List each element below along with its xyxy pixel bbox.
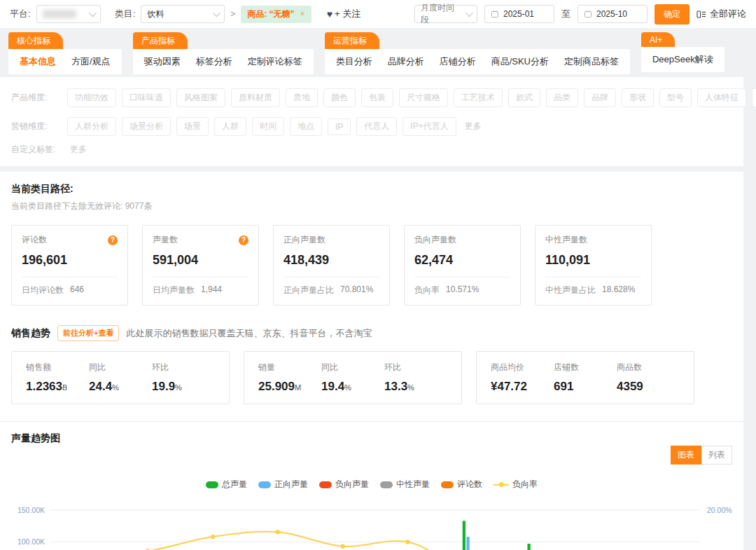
legend-item-total[interactable]: 总声量: [206, 479, 247, 490]
filter-chip[interactable]: 原料材质: [231, 88, 280, 107]
tab-basic-info[interactable]: 基本信息: [20, 55, 56, 68]
filter-chip[interactable]: 口味味道: [122, 88, 171, 107]
sales-label: 同比: [89, 362, 152, 373]
nav-group-ai: AI+ DeepSeek解读: [641, 32, 724, 72]
filter-chip[interactable]: IP+代言人: [402, 117, 456, 136]
more-link[interactable]: 更多: [70, 144, 87, 156]
metric-footer-label: 中性声量占比: [545, 284, 596, 296]
sales-value: 19.4: [321, 380, 344, 393]
volume-trend-chart: 150.00K100.00K50.00K020.00%10.00%02025-0…: [11, 502, 732, 550]
sales-label: 商品均价: [491, 362, 554, 373]
filter-chip[interactable]: 人群: [214, 117, 246, 136]
filter-chip[interactable]: 包装: [361, 88, 393, 107]
filter-chip[interactable]: 人体特征: [697, 88, 746, 107]
sales-card-revenue: 销售额 1.2363B 同比 24.4% 环比 19.9%: [11, 351, 230, 404]
filter-chip[interactable]: 地点: [290, 117, 322, 136]
filter-chip[interactable]: 型号: [659, 88, 692, 107]
sales-value: 25.909: [258, 380, 295, 393]
help-icon[interactable]: ?: [108, 235, 118, 245]
metric-title: 声量数: [153, 234, 178, 246]
toggle-list-view[interactable]: 列表: [701, 446, 732, 465]
filter-row-custom: 自定义标签: 更多: [11, 144, 732, 156]
filter-chip[interactable]: 质地: [286, 88, 318, 107]
tab-deepseek[interactable]: DeepSeek解读: [652, 53, 713, 66]
filter-chip[interactable]: 场景分析: [122, 117, 171, 136]
filter-chip[interactable]: 人群分析: [67, 117, 116, 136]
filter-label: 自定义标签:: [11, 144, 62, 156]
platform-select[interactable]: [36, 5, 101, 23]
metric-card-negative: 负向声量数 62,474 负向率 10.571%: [404, 225, 521, 305]
more-link[interactable]: 更多: [465, 121, 482, 132]
sales-unit: %: [407, 383, 414, 392]
filter-chip[interactable]: 代言人: [356, 117, 397, 136]
legend-item-positive[interactable]: 正向声量: [258, 479, 308, 490]
filter-row-product: 产品维度: 功能功效 口味味道 风格图案 原料材质 质地 颜色 包装 尺寸规格 …: [11, 85, 732, 109]
metric-card-comments: 评论数 ? 196,601 日均评论数 646: [11, 225, 128, 305]
filter-chip[interactable]: 美食: [752, 88, 756, 107]
confirm-button[interactable]: 确定: [654, 4, 690, 25]
filter-label: 产品维度:: [11, 92, 62, 104]
metric-value: 591,004: [153, 253, 248, 277]
filter-chip[interactable]: 场景: [176, 117, 209, 136]
filter-chip[interactable]: IP: [328, 118, 351, 135]
metric-card-neutral: 中性声量数 110,091 中性声量占比 18.628%: [535, 225, 652, 305]
metric-footer-value: 1,944: [201, 284, 222, 296]
date-from-input[interactable]: 2025-01: [484, 5, 554, 23]
tab-custom-product-labels[interactable]: 定制商品标签: [564, 55, 619, 68]
legend-item-neutral[interactable]: 中性声量: [380, 479, 430, 490]
tab-category-analysis[interactable]: 类目分析: [336, 55, 372, 68]
legend-item-negative[interactable]: 负向声量: [319, 479, 369, 490]
breadcrumb-separator: >: [230, 9, 235, 19]
category-value: 饮料: [147, 8, 164, 20]
filter-chip[interactable]: 风格图案: [176, 88, 225, 107]
keyword-tag-label: 商品: “无糖”: [247, 8, 294, 20]
sales-title: 销售趋势: [11, 327, 50, 340]
toggle-chart-view[interactable]: 图表: [671, 446, 701, 465]
metric-footer-label: 日均声量数: [153, 284, 195, 296]
close-icon[interactable]: ×: [300, 9, 305, 19]
filter-chip[interactable]: 品牌: [584, 88, 616, 107]
period-select[interactable]: 月度时间段: [414, 5, 477, 23]
date-to-input[interactable]: 2025-10: [578, 5, 648, 23]
sales-section-header: 销售趋势 前往分析+查看 此处展示的销售数据只覆盖天猫、京东、抖音平台，不含淘宝: [11, 325, 732, 341]
tab-driving-factors[interactable]: 驱动因素: [144, 55, 181, 68]
nav-group-core: 核心指标 基本信息 方面/观点: [8, 32, 122, 74]
tab-aspect-opinion[interactable]: 方面/观点: [71, 55, 111, 68]
filter-chip[interactable]: 形状: [622, 88, 654, 107]
legend-label: 正向声量: [274, 479, 308, 490]
keyword-tag[interactable]: 商品: “无糖” ×: [241, 6, 311, 23]
help-icon[interactable]: ?: [239, 235, 248, 245]
metric-title: 正向声量数: [284, 234, 326, 246]
filter-chip[interactable]: 工艺技术: [454, 88, 503, 107]
follow-button[interactable]: ♥ + 关注: [327, 8, 361, 20]
metric-title: 评论数: [22, 234, 47, 246]
nav-box-core: 基本信息 方面/观点: [8, 49, 122, 74]
toolbar: 平台: 类目: 饮料 > 商品: “无糖” × ♥ + 关注 月度时间段 202…: [0, 0, 756, 28]
tab-shop-analysis[interactable]: 店铺分析: [440, 55, 476, 68]
platform-label: 平台:: [10, 8, 31, 20]
all-comments-button[interactable]: 全部评论: [696, 8, 746, 20]
filter-chip[interactable]: 尺寸规格: [399, 88, 448, 107]
filter-chip[interactable]: 时间: [252, 117, 284, 136]
date-from-value: 2025-01: [503, 9, 534, 19]
filter-chip[interactable]: 款式: [508, 88, 540, 107]
sales-value: ¥47.72: [491, 380, 527, 393]
filter-chip[interactable]: 品类: [546, 88, 578, 107]
tab-sku-analysis[interactable]: 商品/SKU分析: [491, 55, 549, 68]
category-select[interactable]: 饮料: [141, 5, 225, 23]
metric-footer-label: 日均评论数: [22, 284, 64, 296]
go-analyze-button[interactable]: 前往分析+查看: [57, 325, 119, 341]
section-divider: [0, 421, 743, 422]
legend-item-negative-rate[interactable]: 负向率: [493, 479, 538, 490]
filter-chip[interactable]: 功能功效: [67, 88, 116, 107]
tab-brand-analysis[interactable]: 品牌分析: [388, 55, 424, 68]
tab-custom-review-labels[interactable]: 定制评论标签: [248, 55, 302, 68]
sales-value: 4359: [617, 380, 643, 393]
tab-label-analysis[interactable]: 标签分析: [196, 55, 232, 68]
nav-badge-core: 核心指标: [8, 32, 63, 49]
legend-item-comments[interactable]: 评论数: [441, 479, 482, 490]
nav-box-ai: DeepSeek解读: [641, 47, 724, 72]
filter-chip[interactable]: 颜色: [323, 88, 356, 107]
sales-value: 691: [554, 380, 573, 393]
sales-unit: %: [344, 383, 351, 392]
